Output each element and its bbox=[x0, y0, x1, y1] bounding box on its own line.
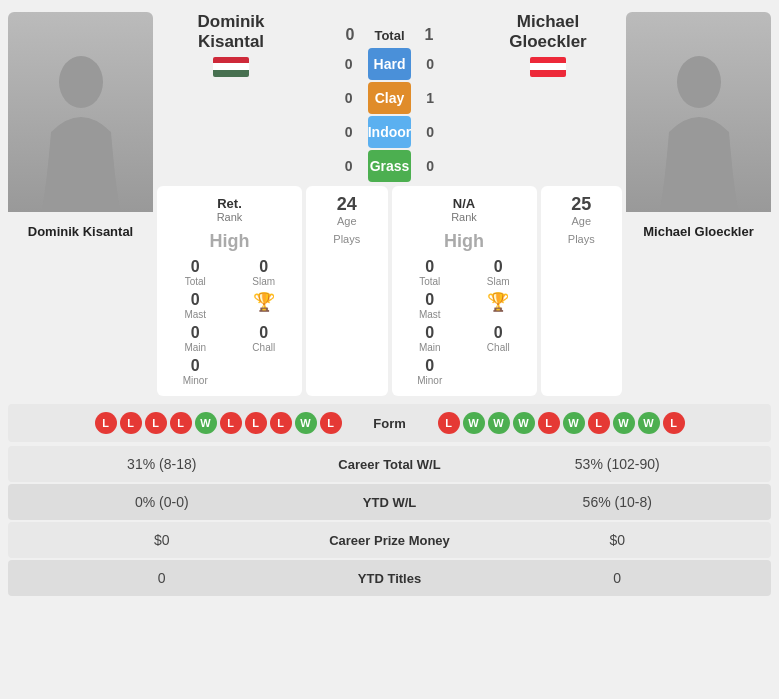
form-badge-right: W bbox=[563, 412, 585, 434]
stats-row: 0% (0-0) YTD W/L 56% (10-8) bbox=[8, 484, 771, 520]
right-trophy-icon: 🏆 bbox=[487, 291, 509, 313]
middle-stat-card: 24 Age Plays bbox=[306, 186, 388, 396]
form-right: LWWWLWLWWL bbox=[438, 412, 760, 434]
indoor-badge: Indoor bbox=[368, 116, 412, 148]
stats-area: Ret. Rank High 0 Total 0 Slam bbox=[157, 186, 622, 396]
left-stats-grid: 0 Total 0 Slam 0 Mast 🏆 bbox=[165, 258, 294, 386]
stat-center-label: YTD W/L bbox=[300, 495, 480, 510]
grass-badge: Grass bbox=[368, 150, 412, 182]
form-badge-left: L bbox=[170, 412, 192, 434]
right-rank-row: N/A Rank bbox=[400, 196, 529, 223]
indoor-right: 0 bbox=[415, 124, 445, 140]
right-main-item: 0 Main bbox=[400, 324, 461, 353]
stat-right-val: 56% (10-8) bbox=[480, 494, 756, 510]
left-player-name: Dominik Kisantal bbox=[28, 224, 133, 239]
right-stat-card: N/A Rank High 0 Total 0 Slam bbox=[392, 186, 537, 396]
stats-row: 0 YTD Titles 0 bbox=[8, 560, 771, 596]
left-rank-value: Ret. bbox=[217, 196, 242, 211]
main-container: Dominik Kisantal DominikKisantal bbox=[0, 0, 779, 596]
stat-center-label: Career Total W/L bbox=[300, 457, 480, 472]
form-badge-left: L bbox=[120, 412, 142, 434]
stat-center-label: YTD Titles bbox=[300, 571, 480, 586]
stat-right-val: $0 bbox=[480, 532, 756, 548]
svg-point-1 bbox=[677, 56, 721, 108]
left-rank-row: Ret. Rank bbox=[165, 196, 294, 223]
stat-right-val: 53% (102-90) bbox=[480, 456, 756, 472]
left-elo: High bbox=[165, 231, 294, 252]
right-trophy-area: 🏆 bbox=[468, 291, 529, 320]
form-badge-right: L bbox=[663, 412, 685, 434]
right-elo: High bbox=[400, 231, 529, 252]
right-mast-item: 0 Mast bbox=[400, 291, 461, 320]
right-rank-label: Rank bbox=[451, 211, 477, 223]
right-chall-item: 0 Chall bbox=[468, 324, 529, 353]
total-row: 0 Total 1 bbox=[346, 26, 434, 44]
right-minor-item: 0 Minor bbox=[400, 357, 461, 386]
form-badge-left: L bbox=[245, 412, 267, 434]
left-trophy-icon: 🏆 bbox=[253, 291, 275, 313]
form-badge-left: L bbox=[95, 412, 117, 434]
total-left: 0 bbox=[346, 26, 355, 44]
form-badge-right: W bbox=[638, 412, 660, 434]
right-stats-grid: 0 Total 0 Slam 0 Mast 🏆 bbox=[400, 258, 529, 386]
form-badge-right: W bbox=[463, 412, 485, 434]
left-rank-label: Rank bbox=[217, 211, 243, 223]
total-label: Total bbox=[374, 28, 404, 43]
left-name: DominikKisantal bbox=[197, 12, 264, 53]
stat-left-val: 0% (0-0) bbox=[24, 494, 300, 510]
names-row: DominikKisantal 0 Total 1 bbox=[157, 12, 622, 182]
surface-row-grass: 0 Grass 0 bbox=[334, 150, 446, 182]
right-name: MichaelGloeckler bbox=[509, 12, 587, 53]
hard-badge: Hard bbox=[368, 48, 412, 80]
left-player-info: DominikKisantal bbox=[161, 12, 301, 77]
left-mast-item: 0 Mast bbox=[165, 291, 226, 320]
clay-right: 1 bbox=[415, 90, 445, 106]
grass-right: 0 bbox=[415, 158, 445, 174]
right-age-item: 25 Age bbox=[571, 194, 591, 227]
middle-right-stat-card: 25 Age Plays bbox=[541, 186, 623, 396]
right-total-item: 0 Total bbox=[400, 258, 461, 287]
left-flag bbox=[213, 57, 249, 77]
form-badge-right: L bbox=[588, 412, 610, 434]
right-player-name: Michael Gloeckler bbox=[643, 224, 754, 239]
hard-left: 0 bbox=[334, 56, 364, 72]
svg-point-0 bbox=[59, 56, 103, 108]
form-left: LLLLWLLLWL bbox=[20, 412, 342, 434]
center-section: DominikKisantal 0 Total 1 bbox=[157, 12, 622, 396]
clay-left: 0 bbox=[334, 90, 364, 106]
clay-badge: Clay bbox=[368, 82, 412, 114]
form-badge-right: L bbox=[438, 412, 460, 434]
top-section: Dominik Kisantal DominikKisantal bbox=[0, 0, 779, 404]
form-badge-left: L bbox=[145, 412, 167, 434]
form-badge-right: L bbox=[538, 412, 560, 434]
left-player-photo bbox=[8, 12, 153, 212]
left-stat-card: Ret. Rank High 0 Total 0 Slam bbox=[157, 186, 302, 396]
stat-left-val: 31% (8-18) bbox=[24, 456, 300, 472]
form-badge-right: W bbox=[613, 412, 635, 434]
stat-right-val: 0 bbox=[480, 570, 756, 586]
surface-row-indoor: 0 Indoor 0 bbox=[334, 116, 446, 148]
stats-row: 31% (8-18) Career Total W/L 53% (102-90) bbox=[8, 446, 771, 482]
right-rank-value: N/A bbox=[453, 196, 475, 211]
grass-left: 0 bbox=[334, 158, 364, 174]
form-badge-right: W bbox=[488, 412, 510, 434]
stat-center-label: Career Prize Money bbox=[300, 533, 480, 548]
total-right: 1 bbox=[425, 26, 434, 44]
right-player-info: MichaelGloeckler bbox=[478, 12, 618, 77]
left-slam-item: 0 Slam bbox=[234, 258, 295, 287]
left-minor-item: 0 Minor bbox=[165, 357, 226, 386]
left-main-item: 0 Main bbox=[165, 324, 226, 353]
form-section: LLLLWLLLWL Form LWWWLWLWWL bbox=[8, 404, 771, 442]
stats-rows: 31% (8-18) Career Total W/L 53% (102-90)… bbox=[8, 446, 771, 596]
form-badge-left: L bbox=[320, 412, 342, 434]
surface-row-hard: 0 Hard 0 bbox=[334, 48, 446, 80]
form-badge-right: W bbox=[513, 412, 535, 434]
left-trophy-area: 🏆 bbox=[234, 291, 295, 320]
hard-right: 0 bbox=[415, 56, 445, 72]
form-badge-left: W bbox=[295, 412, 317, 434]
form-label: Form bbox=[350, 416, 430, 431]
stat-left-val: $0 bbox=[24, 532, 300, 548]
indoor-left: 0 bbox=[334, 124, 364, 140]
right-slam-item: 0 Slam bbox=[468, 258, 529, 287]
right-flag bbox=[530, 57, 566, 77]
